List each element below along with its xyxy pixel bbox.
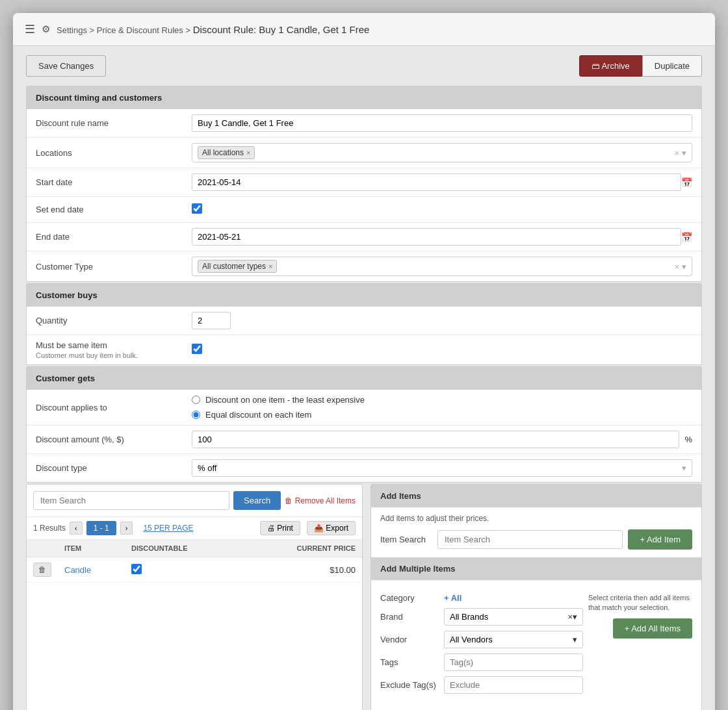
per-page-link[interactable]: 15 PER PAGE xyxy=(143,524,193,533)
discount-type-select[interactable]: % off $ off xyxy=(198,463,682,473)
locations-tag: All locations × xyxy=(198,146,255,159)
brand-arrow-icon: ▾ xyxy=(573,612,577,622)
discount-type-row: Discount type % off $ off ▾ xyxy=(27,454,701,482)
discount-timing-header: Discount timing and customers xyxy=(27,86,701,109)
discount-timing-section: Discount timing and customers Discount r… xyxy=(26,86,702,282)
exclude-tags-row: Exclude Tag(s) xyxy=(380,676,583,694)
print-button[interactable]: 🖨 Print xyxy=(260,521,300,535)
tags-input[interactable] xyxy=(444,653,583,671)
item-link[interactable]: Candle xyxy=(64,565,91,575)
exclude-tags-label: Exclude Tag(s) xyxy=(380,680,439,690)
start-date-input[interactable] xyxy=(192,173,681,191)
vendor-select-input[interactable]: All Vendors xyxy=(450,635,573,644)
next-page-button[interactable]: › xyxy=(120,522,133,535)
discount-amount-row: Discount amount (%, $) % xyxy=(27,425,701,454)
same-item-checkbox[interactable] xyxy=(192,344,202,354)
locations-tag-input[interactable]: All locations × × ▾ xyxy=(192,143,692,162)
end-date-row: End date 📅 xyxy=(27,223,701,251)
archive-button[interactable]: 🗃 Archive xyxy=(579,55,642,77)
col-actions xyxy=(27,540,58,557)
discount-type-value: % off $ off ▾ xyxy=(192,459,692,477)
criteria-hint: Select criteria then add all items that … xyxy=(588,593,692,613)
category-label: Category xyxy=(380,593,439,603)
quantity-value xyxy=(192,312,692,329)
tags-row: Tags xyxy=(380,653,583,671)
vendor-select[interactable]: All Vendors ▾ xyxy=(444,631,583,648)
radio-option-equal[interactable]: Equal discount on each item xyxy=(192,410,692,420)
customer-type-clear-icon[interactable]: × xyxy=(674,262,679,272)
row-delete-cell: 🗑 xyxy=(27,557,58,583)
add-item-search-row: Item Search + Add Item xyxy=(380,529,692,550)
radio-equal[interactable] xyxy=(192,411,200,419)
customer-type-tag-remove[interactable]: × xyxy=(268,262,272,270)
customer-type-tag-input[interactable]: All customer types × × ▾ xyxy=(192,257,692,276)
customer-type-label: Customer Type xyxy=(36,262,192,272)
hamburger-icon[interactable]: ☰ xyxy=(25,22,35,36)
exclude-tags-value xyxy=(444,676,583,694)
add-all-button[interactable]: + Add All Items xyxy=(613,618,692,639)
vendor-row: Vendor All Vendors ▾ xyxy=(380,631,583,648)
prev-page-button[interactable]: ‹ xyxy=(70,522,83,535)
quantity-input[interactable] xyxy=(192,312,231,329)
locations-clear-icon[interactable]: × xyxy=(674,148,679,158)
main-content: Discount timing and customers Discount r… xyxy=(13,86,715,710)
duplicate-button[interactable]: Duplicate xyxy=(642,55,702,77)
breadcrumb-settings[interactable]: Settings xyxy=(57,25,87,35)
save-button[interactable]: Save Changes xyxy=(26,55,106,77)
discount-amount-unit: % xyxy=(684,435,692,444)
search-button[interactable]: Search xyxy=(233,491,281,510)
locations-row: Locations All locations × × ▾ xyxy=(27,138,701,168)
discount-amount-inputs: % xyxy=(192,431,692,448)
current-page: 1 - 1 xyxy=(86,521,116,535)
locations-value: All locations × × ▾ xyxy=(192,143,692,162)
add-item-button[interactable]: + Add Item xyxy=(628,529,692,550)
item-search-label: Item Search xyxy=(380,535,432,544)
brand-clear-icon[interactable]: × xyxy=(567,612,573,622)
category-value[interactable]: + All xyxy=(444,593,462,603)
add-item-search-input[interactable] xyxy=(437,530,623,549)
sep2: > xyxy=(185,25,190,35)
discount-amount-input[interactable] xyxy=(192,431,679,448)
exclude-tags-input[interactable] xyxy=(444,676,583,694)
end-date-input[interactable] xyxy=(192,228,681,246)
col-discountable: DISCOUNTABLE xyxy=(125,540,241,557)
rule-name-input[interactable] xyxy=(192,114,692,132)
start-date-calendar-icon[interactable]: 📅 xyxy=(681,177,692,188)
quantity-label: Quantity xyxy=(36,316,192,325)
discount-type-select-wrap[interactable]: % off $ off ▾ xyxy=(192,459,692,477)
export-button[interactable]: 📤 Export xyxy=(307,521,356,535)
applies-to-row: Discount applies to Discount on one item… xyxy=(27,390,701,425)
table-row: 🗑 Candle $10.00 xyxy=(27,557,362,583)
applies-to-label: Discount applies to xyxy=(36,403,192,412)
radio-option-least-expensive[interactable]: Discount on one item - the least expensi… xyxy=(192,395,692,405)
set-end-date-checkbox[interactable] xyxy=(192,203,202,214)
item-search-bar: Search 🗑 Remove All Items xyxy=(27,485,362,517)
item-search-input[interactable] xyxy=(33,491,229,510)
discount-type-arrow: ▾ xyxy=(682,463,686,473)
discount-type-label: Discount type xyxy=(36,463,192,473)
breadcrumb-rules[interactable]: Price & Discount Rules xyxy=(97,25,183,35)
brand-select-input[interactable]: All Brands xyxy=(450,612,567,622)
remove-all-button[interactable]: 🗑 Remove All Items xyxy=(285,491,356,510)
brand-select[interactable]: All Brands × ▾ xyxy=(444,608,583,626)
locations-tag-remove[interactable]: × xyxy=(246,149,250,157)
delete-row-button[interactable]: 🗑 xyxy=(33,563,51,577)
discountable-checkbox[interactable] xyxy=(131,564,142,574)
row-price-cell: $10.00 xyxy=(241,557,362,583)
start-date-value: 📅 xyxy=(192,173,692,191)
customer-type-tag: All customer types × xyxy=(198,260,277,273)
customer-buys-section: Customer buys Quantity Must be same item… xyxy=(26,283,702,365)
locations-dropdown-icon[interactable]: ▾ xyxy=(682,148,686,158)
set-end-date-label: Set end date xyxy=(36,205,192,214)
set-end-date-row: Set end date xyxy=(27,197,701,223)
end-date-wrapper: 📅 xyxy=(192,228,692,246)
customer-type-dropdown-icon[interactable]: ▾ xyxy=(682,262,686,272)
add-items-panel: Add Items Add items to adjust their pric… xyxy=(370,484,702,710)
rule-name-row: Discount rule name xyxy=(27,109,701,138)
category-row: Category + All xyxy=(380,593,583,603)
end-date-calendar-icon[interactable]: 📅 xyxy=(681,232,692,242)
start-date-label: Start date xyxy=(36,177,192,187)
radio-least-expensive[interactable] xyxy=(192,396,200,404)
toolbar-right: 🗃 Archive Duplicate xyxy=(579,55,702,77)
item-list-panel: Search 🗑 Remove All Items 1 Results ‹ 1 … xyxy=(26,484,363,710)
